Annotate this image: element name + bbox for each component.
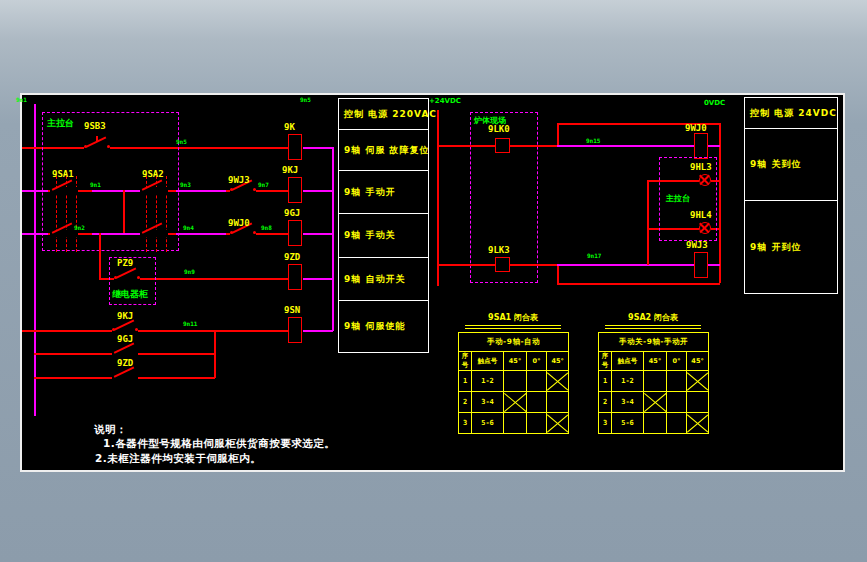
wire-number: 9n1 <box>90 181 101 188</box>
label-PZ9: PZ9 <box>117 258 133 268</box>
label-9KJ-contact: 9KJ <box>117 311 133 321</box>
closure-mark-cell <box>644 371 667 392</box>
contact-pair: 1-2 <box>612 371 644 392</box>
wire <box>214 330 216 378</box>
label-9WJ0-contact: 9WJ0 <box>228 218 250 228</box>
wire <box>99 233 101 278</box>
closure-mark-cell <box>504 413 527 434</box>
relay-cabinet-label: 继电器柜 <box>112 288 148 301</box>
contact-dot <box>230 188 233 191</box>
closure-mark-cell <box>527 413 547 434</box>
wire-number: 9n8 <box>261 224 272 231</box>
closure-mark-cell <box>667 392 687 413</box>
label-9LK0: 9LK0 <box>488 124 510 134</box>
col-header: 45° <box>644 352 667 371</box>
contact-dot <box>135 328 138 331</box>
col-header: 0° <box>527 352 547 371</box>
wire <box>557 264 694 266</box>
row-no: 2 <box>599 392 612 413</box>
contact-pair: 1-2 <box>472 371 504 392</box>
closure-mark-cell <box>527 392 547 413</box>
col-header: 触点号 <box>472 352 504 371</box>
wire <box>438 264 495 266</box>
label-9GJ-contact: 9GJ <box>117 334 133 344</box>
relay-coil-9WJ3 <box>694 252 708 278</box>
wire <box>557 264 559 284</box>
relay-coil-9GJ <box>288 220 302 246</box>
note-item: 1.各器件型号规格由伺服柜供货商按要求选定。 <box>103 437 335 451</box>
signal-box: 9轴 伺服 故障复位 <box>338 129 429 171</box>
wire-number: 9n5 <box>176 138 187 145</box>
wire-number: 9n17 <box>587 252 601 259</box>
row-no: 2 <box>459 392 472 413</box>
closure-table-title: 9SA1 闭合表 <box>458 312 568 323</box>
label-9SA2: 9SA2 <box>142 169 164 179</box>
contact-pair: 3-4 <box>472 392 504 413</box>
signal-box: 9轴 伺服使能 <box>338 300 429 353</box>
closure-mark-cell <box>687 371 709 392</box>
wire <box>708 145 720 147</box>
contact-dot <box>253 188 256 191</box>
col-header: 触点号 <box>612 352 644 371</box>
contact-pair: 5-6 <box>472 413 504 434</box>
wire <box>510 264 557 266</box>
wire <box>510 145 557 147</box>
closure-mark-cell <box>687 413 709 434</box>
closure-mark-cell <box>504 371 527 392</box>
wire <box>647 180 649 265</box>
wire-number: 9n11 <box>183 320 197 327</box>
col-header: 45° <box>547 352 569 371</box>
relay-coil-9K <box>288 134 302 160</box>
signal-box: 9轴 手动开 <box>338 170 429 214</box>
label-coil-9GJ: 9GJ <box>284 208 300 218</box>
col-header: 0° <box>667 352 687 371</box>
contact-pair: 3-4 <box>612 392 644 413</box>
row-no: 1 <box>459 371 472 392</box>
cad-drawing-view: 9SB3 主拉台 9SA1 9SA2 <box>0 0 867 562</box>
closure-mark-cell <box>504 392 527 413</box>
contact-pair: 5-6 <box>612 413 644 434</box>
mode-header: 手动-9轴-自动 <box>459 333 569 352</box>
closure-mark-cell <box>527 371 547 392</box>
left-power-rail <box>34 104 36 416</box>
wire-number: 9n15 <box>586 137 600 144</box>
wire <box>557 145 694 147</box>
wire-number: 9n3 <box>180 181 191 188</box>
wire <box>708 264 720 266</box>
label-coil-9ZD: 9ZD <box>284 252 300 262</box>
closure-mark-cell <box>547 413 569 434</box>
label-coil-9SN: 9SN <box>284 305 300 315</box>
dc-positive-rail <box>437 110 439 286</box>
wire <box>438 145 495 147</box>
wire-number: 9n7 <box>258 181 269 188</box>
closure-mark-cell <box>687 392 709 413</box>
contact-dot <box>112 328 115 331</box>
console-enclosure-right-label: 主拉台 <box>666 193 690 204</box>
wire-number: 9n4 <box>183 224 194 231</box>
wire-number: 9n9 <box>184 268 195 275</box>
col-header: 序号 <box>459 352 472 371</box>
label-9SA1: 9SA1 <box>52 169 74 179</box>
title-underline <box>605 325 701 329</box>
row-no: 3 <box>459 413 472 434</box>
left-return-rail <box>332 147 334 331</box>
signal-box: 控制 电源 24VDC <box>744 97 838 129</box>
wire <box>303 278 333 280</box>
wire <box>303 147 333 149</box>
console-enclosure-label: 主拉台 <box>47 117 74 130</box>
dc-negative-rail <box>719 123 721 283</box>
limit-switch-9LK0 <box>495 138 510 153</box>
wire-number: 9n2 <box>74 224 85 231</box>
wire-number: 9n1 <box>16 96 27 103</box>
label-coil-9KJ: 9KJ <box>282 165 298 175</box>
limit-switch-9LK3 <box>495 257 510 272</box>
label-9ZD-contact: 9ZD <box>117 358 133 368</box>
label-9LK3: 9LK3 <box>488 245 510 255</box>
closure-mark-cell <box>644 413 667 434</box>
signal-box: 9轴 手动关 <box>338 213 429 258</box>
closure-mark-cell <box>547 371 569 392</box>
wire <box>557 283 720 285</box>
label-coil-9WJ3: 9WJ3 <box>686 240 708 250</box>
closure-mark-cell <box>644 392 667 413</box>
relay-coil-9SN <box>288 317 302 343</box>
